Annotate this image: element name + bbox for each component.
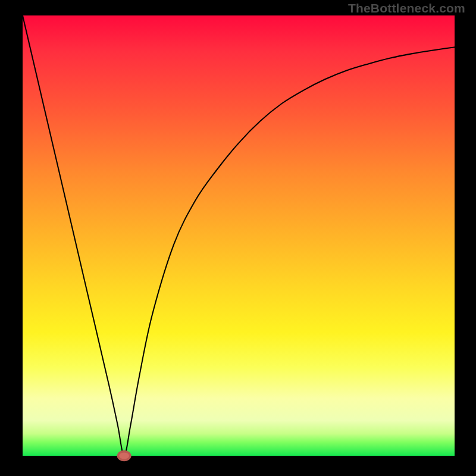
plot-area <box>23 15 455 456</box>
curve-svg <box>23 15 455 456</box>
bottleneck-curve <box>23 15 455 456</box>
watermark-label: TheBottleneck.com <box>348 1 465 15</box>
chart-frame: TheBottleneck.com <box>0 0 476 476</box>
minimum-marker <box>118 452 130 461</box>
